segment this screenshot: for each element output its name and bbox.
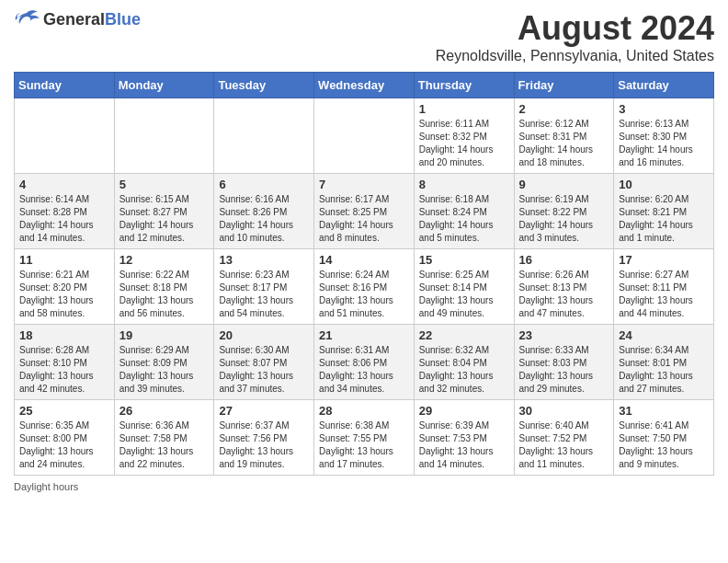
calendar-cell: 10Sunrise: 6:20 AM Sunset: 8:21 PM Dayli… xyxy=(614,174,714,249)
logo-bird-icon xyxy=(14,9,40,29)
calendar-cell: 30Sunrise: 6:40 AM Sunset: 7:52 PM Dayli… xyxy=(514,400,614,476)
day-number: 28 xyxy=(319,404,409,418)
day-number: 30 xyxy=(519,404,609,418)
day-info: Sunrise: 6:28 AM Sunset: 8:10 PM Dayligh… xyxy=(19,344,109,396)
day-info: Sunrise: 6:12 AM Sunset: 8:31 PM Dayligh… xyxy=(519,118,609,169)
header-cell-tuesday: Tuesday xyxy=(214,73,314,98)
calendar-cell xyxy=(15,98,115,174)
day-number: 1 xyxy=(419,102,509,116)
calendar-cell xyxy=(114,98,214,174)
day-info: Sunrise: 6:17 AM Sunset: 8:25 PM Dayligh… xyxy=(319,193,409,245)
calendar-cell: 2Sunrise: 6:12 AM Sunset: 8:31 PM Daylig… xyxy=(514,98,614,174)
calendar-cell: 25Sunrise: 6:35 AM Sunset: 8:00 PM Dayli… xyxy=(15,400,115,476)
day-info: Sunrise: 6:39 AM Sunset: 7:53 PM Dayligh… xyxy=(419,419,509,471)
calendar-cell: 7Sunrise: 6:17 AM Sunset: 8:25 PM Daylig… xyxy=(314,174,415,249)
day-info: Sunrise: 6:24 AM Sunset: 8:16 PM Dayligh… xyxy=(319,269,409,320)
day-info: Sunrise: 6:34 AM Sunset: 8:01 PM Dayligh… xyxy=(619,344,709,396)
day-number: 25 xyxy=(19,404,109,418)
day-info: Sunrise: 6:41 AM Sunset: 7:50 PM Dayligh… xyxy=(619,419,709,471)
day-info: Sunrise: 6:27 AM Sunset: 8:11 PM Dayligh… xyxy=(619,269,709,320)
week-row-3: 11Sunrise: 6:21 AM Sunset: 8:20 PM Dayli… xyxy=(15,249,714,325)
header-cell-saturday: Saturday xyxy=(614,73,714,98)
day-number: 4 xyxy=(19,178,109,191)
calendar-cell: 9Sunrise: 6:19 AM Sunset: 8:22 PM Daylig… xyxy=(514,174,614,249)
day-info: Sunrise: 6:18 AM Sunset: 8:24 PM Dayligh… xyxy=(419,193,509,245)
calendar-cell: 11Sunrise: 6:21 AM Sunset: 8:20 PM Dayli… xyxy=(15,249,115,325)
day-number: 8 xyxy=(419,178,509,191)
day-number: 7 xyxy=(319,178,409,191)
calendar-cell: 17Sunrise: 6:27 AM Sunset: 8:11 PM Dayli… xyxy=(614,249,714,325)
header: GeneralBlue August 2024 Reynoldsville, P… xyxy=(14,9,714,64)
day-info: Sunrise: 6:33 AM Sunset: 8:03 PM Dayligh… xyxy=(519,344,609,396)
day-info: Sunrise: 6:19 AM Sunset: 8:22 PM Dayligh… xyxy=(519,193,609,245)
calendar-cell: 6Sunrise: 6:16 AM Sunset: 8:26 PM Daylig… xyxy=(214,174,314,249)
day-info: Sunrise: 6:38 AM Sunset: 7:55 PM Dayligh… xyxy=(319,419,409,471)
calendar-cell: 12Sunrise: 6:22 AM Sunset: 8:18 PM Dayli… xyxy=(114,249,214,325)
day-info: Sunrise: 6:23 AM Sunset: 8:17 PM Dayligh… xyxy=(219,269,309,320)
calendar-cell: 24Sunrise: 6:34 AM Sunset: 8:01 PM Dayli… xyxy=(614,325,714,400)
header-cell-thursday: Thursday xyxy=(414,73,514,98)
day-info: Sunrise: 6:11 AM Sunset: 8:32 PM Dayligh… xyxy=(419,118,509,169)
header-cell-friday: Friday xyxy=(514,73,614,98)
day-info: Sunrise: 6:37 AM Sunset: 7:56 PM Dayligh… xyxy=(219,419,309,471)
logo-text: GeneralBlue xyxy=(43,10,141,29)
day-number: 5 xyxy=(119,178,210,191)
day-number: 20 xyxy=(219,328,309,342)
header-cell-monday: Monday xyxy=(114,73,214,98)
location-title: Reynoldsville, Pennsylvania, United Stat… xyxy=(436,48,714,64)
day-number: 21 xyxy=(319,328,409,342)
day-number: 29 xyxy=(419,404,509,418)
day-info: Sunrise: 6:13 AM Sunset: 8:30 PM Dayligh… xyxy=(619,118,709,169)
header-row: SundayMondayTuesdayWednesdayThursdayFrid… xyxy=(15,73,714,98)
day-info: Sunrise: 6:22 AM Sunset: 8:18 PM Dayligh… xyxy=(119,269,210,320)
calendar-cell: 1Sunrise: 6:11 AM Sunset: 8:32 PM Daylig… xyxy=(414,98,514,174)
day-info: Sunrise: 6:26 AM Sunset: 8:13 PM Dayligh… xyxy=(519,269,609,320)
day-number: 19 xyxy=(119,328,210,342)
day-number: 24 xyxy=(619,328,709,342)
day-info: Sunrise: 6:29 AM Sunset: 8:09 PM Dayligh… xyxy=(119,344,210,396)
day-number: 22 xyxy=(419,328,509,342)
calendar-cell: 29Sunrise: 6:39 AM Sunset: 7:53 PM Dayli… xyxy=(414,400,514,476)
header-cell-wednesday: Wednesday xyxy=(314,73,415,98)
day-info: Sunrise: 6:21 AM Sunset: 8:20 PM Dayligh… xyxy=(19,269,109,320)
calendar-cell: 20Sunrise: 6:30 AM Sunset: 8:07 PM Dayli… xyxy=(214,325,314,400)
footer: Daylight hours xyxy=(14,481,714,492)
day-number: 6 xyxy=(219,178,309,191)
day-number: 15 xyxy=(419,253,509,267)
day-number: 18 xyxy=(19,328,109,342)
day-number: 2 xyxy=(519,102,609,116)
day-info: Sunrise: 6:30 AM Sunset: 8:07 PM Dayligh… xyxy=(219,344,309,396)
day-number: 17 xyxy=(619,253,709,267)
calendar-cell: 15Sunrise: 6:25 AM Sunset: 8:14 PM Dayli… xyxy=(414,249,514,325)
title-area: August 2024 Reynoldsville, Pennsylvania,… xyxy=(436,9,714,64)
calendar-cell: 5Sunrise: 6:15 AM Sunset: 8:27 PM Daylig… xyxy=(114,174,214,249)
logo-general: General xyxy=(43,10,105,29)
day-info: Sunrise: 6:15 AM Sunset: 8:27 PM Dayligh… xyxy=(119,193,210,245)
calendar-cell: 16Sunrise: 6:26 AM Sunset: 8:13 PM Dayli… xyxy=(514,249,614,325)
month-title: August 2024 xyxy=(436,9,714,48)
calendar-table: SundayMondayTuesdayWednesdayThursdayFrid… xyxy=(14,72,714,476)
calendar-cell: 3Sunrise: 6:13 AM Sunset: 8:30 PM Daylig… xyxy=(614,98,714,174)
day-number: 13 xyxy=(219,253,309,267)
calendar-cell: 26Sunrise: 6:36 AM Sunset: 7:58 PM Dayli… xyxy=(114,400,214,476)
week-row-1: 1Sunrise: 6:11 AM Sunset: 8:32 PM Daylig… xyxy=(15,98,714,174)
day-number: 16 xyxy=(519,253,609,267)
calendar-cell: 19Sunrise: 6:29 AM Sunset: 8:09 PM Dayli… xyxy=(114,325,214,400)
day-number: 11 xyxy=(19,253,109,267)
day-number: 27 xyxy=(219,404,309,418)
logo-blue: Blue xyxy=(105,10,141,29)
calendar-cell: 18Sunrise: 6:28 AM Sunset: 8:10 PM Dayli… xyxy=(15,325,115,400)
week-row-2: 4Sunrise: 6:14 AM Sunset: 8:28 PM Daylig… xyxy=(15,174,714,249)
day-info: Sunrise: 6:20 AM Sunset: 8:21 PM Dayligh… xyxy=(619,193,709,245)
day-number: 14 xyxy=(319,253,409,267)
logo: GeneralBlue xyxy=(14,9,141,29)
calendar-cell: 27Sunrise: 6:37 AM Sunset: 7:56 PM Dayli… xyxy=(214,400,314,476)
calendar-cell: 13Sunrise: 6:23 AM Sunset: 8:17 PM Dayli… xyxy=(214,249,314,325)
calendar-cell: 28Sunrise: 6:38 AM Sunset: 7:55 PM Dayli… xyxy=(314,400,415,476)
calendar-cell: 8Sunrise: 6:18 AM Sunset: 8:24 PM Daylig… xyxy=(414,174,514,249)
calendar-cell: 4Sunrise: 6:14 AM Sunset: 8:28 PM Daylig… xyxy=(15,174,115,249)
calendar-cell: 23Sunrise: 6:33 AM Sunset: 8:03 PM Dayli… xyxy=(514,325,614,400)
day-info: Sunrise: 6:14 AM Sunset: 8:28 PM Dayligh… xyxy=(19,193,109,245)
day-number: 12 xyxy=(119,253,210,267)
calendar-cell: 21Sunrise: 6:31 AM Sunset: 8:06 PM Dayli… xyxy=(314,325,415,400)
